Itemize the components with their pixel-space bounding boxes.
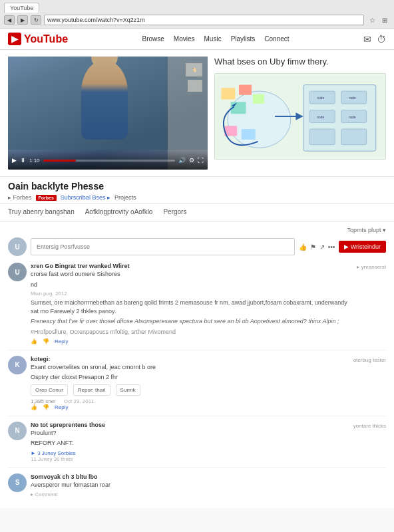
svg-text:node: node [317,96,325,100]
diagram-svg: node node node node [215,74,385,159]
comment-right: oterbug tester [353,356,386,410]
channel-prefix: ▸ Forbes [8,194,32,201]
comment-subtext: Proulunt? [31,429,349,438]
tab-1[interactable]: Aofklngptrovity oAofklo [85,208,153,217]
nav-playlists[interactable]: Playlists [231,35,256,43]
comments-section: Topmts plupt ▾ U 👍 ⚑ ↗ ••• ▶ Wristeindur… [0,221,394,508]
url-bar[interactable] [44,15,364,25]
comment-avatar: K [8,356,27,374]
youtube-logo[interactable]: ▶ YouTube [8,33,68,45]
comment-sub-items: Oreo Conur Repor: tharl Surmk [31,384,349,396]
sort-comments[interactable]: Topmts plupt ▾ [347,227,386,233]
like-action-icon[interactable]: 👍 [299,243,307,251]
share-action-icon[interactable]: ↗ [319,243,325,251]
comment-right: ▸ ynranserst [357,263,386,344]
comment-avatar: N [8,422,27,440]
comment-body: xren Go Bingrat trer wanked Wliret crors… [31,263,353,344]
comment-author: xren Go Bingrat trer wanked Wliret [31,263,353,269]
comment-author: kotegi: [31,356,349,362]
comment-time: 11 Juney 30 thats [31,456,73,462]
volume-icon[interactable]: 🔊 [178,157,186,164]
settings-video-icon[interactable]: ⚙ [189,157,194,164]
comment-footer: 11 Juney 30 thats [31,456,349,462]
video-section: 📜 ▶ ⏸ 1:10 🔊 ⚙ ⛶ What bses on Uby fimw t… [0,50,394,177]
post-comment-button[interactable]: ▶ Wristeindur [339,241,386,253]
comment-subtext: Osptry cter cloxst Presapon 2 fhr [31,373,349,382]
wall-decor-1: 📜 [186,63,202,76]
youtube-nav: Browse Movies Music Playlists Connect [142,35,289,43]
refresh-button[interactable]: ↻ [31,15,41,25]
history-icon[interactable]: ⏱ [377,34,386,45]
pause-button[interactable]: ⏸ [20,157,26,164]
comment-author: Somvoyak ch 3 bltu lbo [31,473,386,480]
message-icon[interactable]: ✉ [363,34,371,45]
svg-rect-13 [309,129,335,145]
play-button[interactable]: ▶ [12,157,17,164]
comment-item: N No tot spreprentens those Proulunt? RE… [8,422,386,468]
tab-0[interactable]: Truy abenry bangshan [8,208,75,217]
comment-list: U xren Go Bingrat trer wanked Wliret cro… [8,263,386,503]
svg-rect-14 [341,129,367,145]
nav-browse[interactable]: Browse [142,35,164,43]
like-btn[interactable]: 👍 [31,404,37,410]
forbes-badge[interactable]: Forbes [36,195,57,201]
svg-text:node: node [349,116,356,119]
reply-btn[interactable]: Reply [55,404,68,410]
youtube-logo-icon: ▶ [8,33,21,45]
video-diagram: node node node node [214,73,386,160]
comment-footer: 👍 👎 Reply [31,338,353,344]
comment-like-btn[interactable]: 👍 [31,338,37,344]
comment-input-row: U 👍 ⚑ ↗ ••• ▶ Wristeindur [8,237,386,256]
video-player[interactable]: 📜 ▶ ⏸ 1:10 🔊 ⚙ ⛶ [8,57,208,170]
comment-body: No tot spreprentens those Proulunt? REFO… [31,422,349,462]
tab-label: YouTube [10,5,33,11]
svg-text:node: node [349,96,356,100]
sub-item-3[interactable]: Surmk [116,384,140,396]
comment-reply-text: Freneacy that l've fir over thosel difos… [31,317,353,326]
comment-item: S Somvoyak ch 3 bltu lbo Aversperor mur … [8,473,386,503]
back-button[interactable]: ◀ [4,15,15,25]
comment-text: crorse fast word oumere Sishores [31,270,353,279]
nav-movies[interactable]: Movies [174,35,195,43]
progress-fill [43,160,77,162]
settings-icon[interactable]: ☆ [367,15,377,25]
comment-item: U xren Go Bingrat trer wanked Wliret cro… [8,263,386,350]
subscriber-count[interactable]: Subrscribal Bses ▸ [61,194,110,201]
browser-tab[interactable]: YouTube [4,3,39,13]
comment-time: Mwn pug, 2012 [31,291,353,297]
video-meta: ▸ Forbes Forbes Subrscribal Bses ▸ Proje… [8,194,386,201]
wall-decor-2 [188,80,202,92]
projects-link[interactable]: Projects [114,194,136,201]
comment-input[interactable] [31,238,295,255]
flag-action-icon[interactable]: ⚑ [310,243,316,251]
comment-footer: 👍 👎 Reply [31,404,349,410]
comment-dislike-btn[interactable]: 👎 [43,338,49,344]
more-action-icon[interactable]: ••• [328,243,335,251]
comment-right: yontare thicks [353,422,386,462]
nav-connect[interactable]: Connect [264,35,289,43]
menu-icon[interactable]: ⊞ [379,15,390,25]
tab-2[interactable]: Pergors [163,208,186,217]
fullscreen-icon[interactable]: ⛶ [198,157,204,164]
video-sidebar: What bses on Uby fimw thery. [214,57,386,170]
comment-reply-btn[interactable]: Reply [55,338,68,344]
nav-music[interactable]: Music [204,35,222,43]
comment-body: Somvoyak ch 3 bltu lbo Aversperor mur fo… [31,473,386,497]
sidebar-video-title: What bses on Uby fimw thery. [214,57,386,68]
sub-item-2[interactable]: Repor: tharl [73,384,110,396]
comment-text: REFORY ANFT: [31,439,349,448]
forward-button[interactable]: ▶ [17,15,28,25]
header-icons: ✉ ⏱ [363,34,386,45]
svg-rect-4 [239,84,252,94]
sub-item-1[interactable]: Oreo Conur [31,384,68,396]
person-body [81,60,128,140]
svg-rect-8 [242,129,256,140]
comment-sub-count: 1,385 sner [31,398,56,404]
comment-tags: #Hrofposllure, Ocrenpapoucs mfoltig, srt… [31,328,353,336]
comment-actions: 👍 ⚑ ↗ ••• [299,243,335,251]
progress-bar[interactable] [43,160,175,162]
comment-avatar: S [8,473,27,492]
show-replies-btn[interactable]: ► 3 Juney Sorbles [31,450,349,456]
browser-chrome: YouTube ◀ ▶ ↻ ☆ ⊞ [0,0,394,29]
dislike-btn[interactable]: 👎 [43,404,49,410]
